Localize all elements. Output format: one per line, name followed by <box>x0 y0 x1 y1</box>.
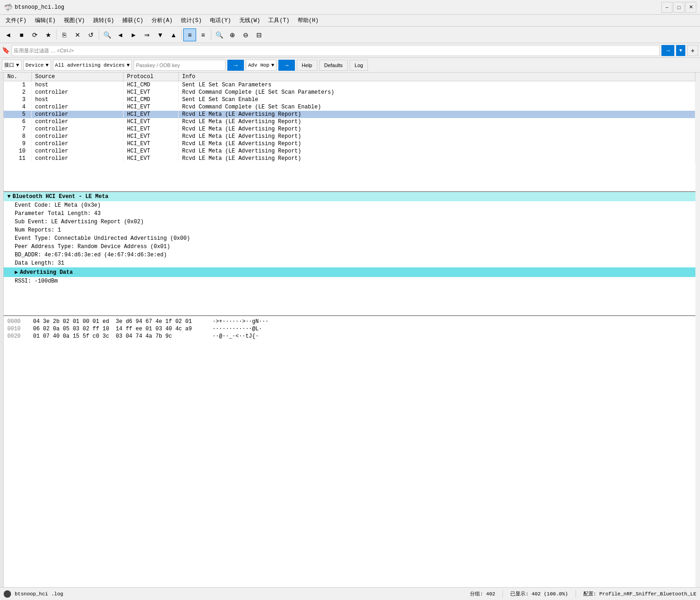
toolbar-btn-clear[interactable]: ✕ <box>71 28 84 41</box>
table-row[interactable]: 3 host HCI_CMD Sent LE Set Scan Enable <box>4 96 695 103</box>
toolbar-btn-zoom-out[interactable]: ⊖ <box>239 28 252 41</box>
cell-info: Rcvd LE Meta (LE Advertising Report) <box>178 133 695 140</box>
toolbar-btn-down[interactable]: ▼ <box>154 28 167 41</box>
hex-pane[interactable]: 0000 04 3e 2b 02 01 00 01 ed 3e d6 94 67… <box>4 316 695 587</box>
menu-stats[interactable]: 统计(S) <box>177 16 206 26</box>
toolbar-btn-zoom-in[interactable]: ⊕ <box>226 28 239 41</box>
device-label: Device <box>26 62 44 68</box>
table-row[interactable]: 11 controller HCI_EVT Rcvd LE Meta (LE A… <box>4 155 695 162</box>
cell-protocol: HCI_EVT <box>123 103 178 111</box>
filter-dropdown-button[interactable]: ▼ <box>676 45 685 56</box>
menu-file[interactable]: 文件(F) <box>2 16 30 26</box>
filter-add-button[interactable]: + <box>687 45 698 56</box>
toolbar-btn-back[interactable]: ◄ <box>2 28 15 41</box>
adv-hop-label: Adv Hop <box>248 62 269 68</box>
interface-chevron-icon: ▼ <box>16 62 19 68</box>
table-row[interactable]: 2 controller HCI_EVT Rcvd Command Comple… <box>4 89 695 96</box>
menu-view[interactable]: 视图(V) <box>60 16 89 26</box>
interface-dropdown[interactable]: 接口 ▼ <box>2 60 22 71</box>
table-row[interactable]: 9 controller HCI_EVT Rcvd LE Meta (LE Ad… <box>4 140 695 147</box>
toolbar-btn-bookmark[interactable]: ★ <box>42 28 55 41</box>
toolbar-btn-reload[interactable]: ⟳ <box>28 28 41 41</box>
right-scrollbar[interactable] <box>695 73 700 587</box>
menu-bar: 文件(F) 编辑(E) 视图(V) 跳转(G) 捕获(C) 分析(A) 统计(S… <box>0 15 700 27</box>
table-row[interactable]: 4 controller HCI_EVT Rcvd Command Comple… <box>4 103 695 111</box>
detail-param-length: Parameter Total Length: 43 <box>4 209 695 218</box>
cell-info: Rcvd LE Meta (LE Advertising Report) <box>178 118 695 125</box>
menu-help[interactable]: 帮助(H) <box>294 16 322 26</box>
content-area: No. Source Protocol Info 1 host HCI_CMD … <box>0 73 700 587</box>
toolbar-btn-go[interactable]: ⇒ <box>141 28 153 41</box>
table-row[interactable]: 8 controller HCI_EVT Rcvd LE Meta (LE Ad… <box>4 133 695 140</box>
menu-phone[interactable]: 电话(Y) <box>206 16 235 26</box>
close-button[interactable]: ✕ <box>685 2 696 13</box>
device-dropdown[interactable]: Device ▼ <box>23 60 51 71</box>
toolbar-btn-next[interactable]: ► <box>127 28 140 41</box>
menu-wireless[interactable]: 无线(W) <box>236 16 264 26</box>
toolbar-btn-list2[interactable]: ≡ <box>197 28 209 41</box>
status-right: 分组: 402 已显示: 402 (100.0%) 配置: Profile_nR… <box>470 590 696 598</box>
menu-tools[interactable]: 工具(T) <box>265 16 293 26</box>
table-row[interactable]: 7 controller HCI_EVT Rcvd LE Meta (LE Ad… <box>4 125 695 133</box>
table-row[interactable]: 6 controller HCI_EVT Rcvd LE Meta (LE Ad… <box>4 118 695 125</box>
status-div-1 <box>502 590 503 598</box>
toolbar-sep-3 <box>181 30 182 40</box>
cell-info: Rcvd LE Meta (LE Advertising Report) <box>178 147 695 155</box>
toolbar-btn-fit[interactable]: ⊟ <box>253 28 265 41</box>
hex-chars-1: ············@L· <box>206 326 262 332</box>
cell-source: controller <box>31 89 123 96</box>
adv-hop-apply-button[interactable]: → <box>278 60 295 71</box>
toolbar-btn-stop[interactable]: ■ <box>15 28 28 41</box>
detail-event-code: Event Code: LE Meta (0x3e) <box>4 201 695 209</box>
menu-analyze[interactable]: 分析(A) <box>148 16 176 26</box>
col-no: No. <box>4 73 31 81</box>
col-source: Source <box>31 73 123 81</box>
defaults-button[interactable]: Defaults <box>319 60 348 71</box>
cell-no: 5 <box>4 111 31 118</box>
packet-list[interactable]: No. Source Protocol Info 1 host HCI_CMD … <box>4 73 695 192</box>
hex-offset-1: 0010 <box>7 326 26 332</box>
passkey-apply-button[interactable]: → <box>227 60 244 71</box>
menu-edit[interactable]: 编辑(E) <box>31 16 60 26</box>
toolbar-btn-copy[interactable]: ⎘ <box>58 28 71 41</box>
advertising-data-header[interactable]: ▶ Advertising Data <box>4 267 695 277</box>
toolbar-btn-search[interactable]: 🔍 <box>213 28 226 41</box>
menu-goto[interactable]: 跳转(G) <box>90 16 118 26</box>
window-controls: − □ ✕ <box>661 2 696 13</box>
log-button[interactable]: Log <box>350 60 368 71</box>
adv-hop-dropdown[interactable]: Adv Hop ▼ <box>246 60 277 71</box>
cell-info: Rcvd Command Complete (LE Set Scan Param… <box>178 89 695 96</box>
left-sidebar <box>0 73 4 587</box>
cell-no: 1 <box>4 81 31 89</box>
toolbar-sep-2 <box>99 30 99 40</box>
bluetooth-hci-header[interactable]: ▼ Bluetooth HCI Event - LE Meta <box>4 192 695 201</box>
filter-bookmark-icon[interactable]: 🔖 <box>2 46 10 54</box>
cell-protocol: HCI_EVT <box>123 125 178 133</box>
subsection-expand-icon: ▶ <box>15 269 18 276</box>
detail-num-reports: Num Reports: 1 <box>4 226 695 234</box>
detail-pane[interactable]: ▼ Bluetooth HCI Event - LE Meta Event Co… <box>4 192 695 316</box>
minimize-button[interactable]: − <box>661 2 672 13</box>
toolbar-btn-prev[interactable]: ◄ <box>114 28 127 41</box>
cell-info: Rcvd LE Meta (LE Advertising Report) <box>178 111 695 118</box>
passkey-input[interactable] <box>134 60 226 71</box>
maximize-button[interactable]: □ <box>673 2 684 13</box>
menu-capture[interactable]: 捕获(C) <box>119 16 147 26</box>
toolbar-btn-list1[interactable]: ≡ <box>183 28 196 41</box>
toolbar-btn-reset[interactable]: ↺ <box>85 28 97 41</box>
cell-protocol: HCI_CMD <box>123 96 178 103</box>
cell-info: Rcvd LE Meta (LE Advertising Report) <box>178 125 695 133</box>
toolbar-btn-up[interactable]: ▲ <box>167 28 180 41</box>
cell-source: controller <box>31 155 123 162</box>
table-row[interactable]: 10 controller HCI_EVT Rcvd LE Meta (LE A… <box>4 147 695 155</box>
hex-row-0000: 0000 04 3e 2b 02 01 00 01 ed 3e d6 94 67… <box>7 318 692 325</box>
table-row[interactable]: 1 host HCI_CMD Sent LE Set Scan Paramete… <box>4 81 695 89</box>
hex-offset-0: 0000 <box>7 318 26 325</box>
filter-apply-button[interactable]: → <box>661 45 674 56</box>
cell-no: 9 <box>4 140 31 147</box>
help-button[interactable]: Help <box>297 60 317 71</box>
advertising-dropdown[interactable]: All advertising devices ▼ <box>53 60 132 71</box>
table-row[interactable]: 5 controller HCI_EVT Rcvd LE Meta (LE Ad… <box>4 111 695 118</box>
filter-input[interactable] <box>11 45 660 56</box>
toolbar-btn-zoom[interactable]: 🔍 <box>101 28 113 41</box>
